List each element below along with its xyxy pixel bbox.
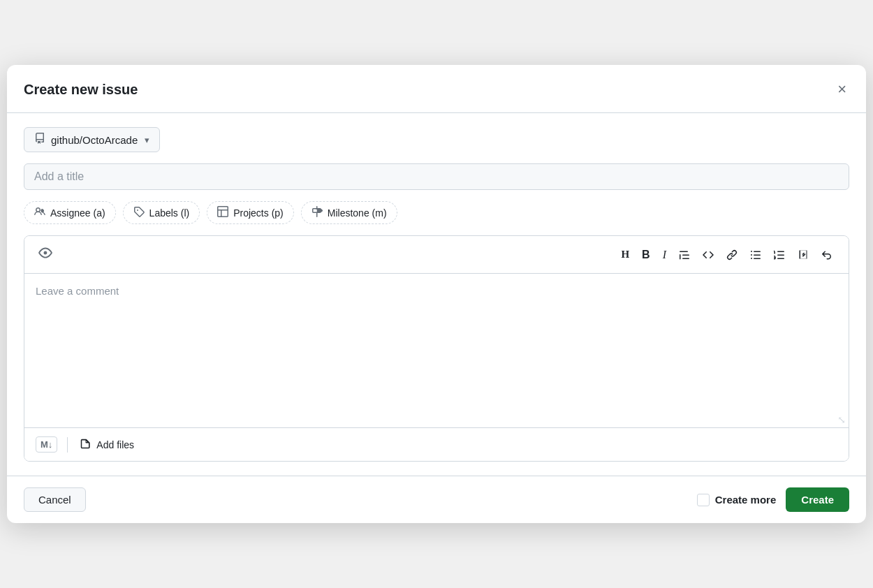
task-list-button[interactable] — [793, 246, 814, 264]
footer-divider — [67, 437, 68, 453]
create-more-label[interactable]: Create more — [697, 494, 777, 506]
markdown-badge[interactable]: M↓ — [36, 436, 57, 453]
dialog-title: Create new issue — [24, 82, 138, 98]
link-button[interactable] — [721, 246, 742, 264]
dialog-body: github/OctoArcade ▾ Assignee (a) — [7, 113, 866, 476]
projects-button[interactable]: Projects (p) — [207, 201, 294, 224]
chevron-down-icon: ▾ — [145, 135, 149, 145]
repo-selector-button[interactable]: github/OctoArcade ▾ — [24, 127, 160, 152]
footer-right: Create more Create — [697, 487, 849, 512]
assignee-label: Assignee (a) — [50, 207, 105, 219]
assignee-icon — [34, 206, 45, 219]
undo-button[interactable] — [816, 246, 837, 264]
create-button[interactable]: Create — [786, 487, 849, 512]
labels-label: Labels (l) — [149, 207, 190, 219]
cancel-button[interactable]: Cancel — [24, 487, 86, 512]
bold-button[interactable]: B — [637, 246, 655, 264]
italic-button[interactable]: I — [658, 246, 671, 264]
create-issue-dialog: Create new issue × github/OctoArcade ▾ — [7, 65, 866, 523]
title-input[interactable] — [24, 163, 849, 190]
repo-icon — [34, 133, 45, 147]
milestone-button[interactable]: Milestone (m) — [301, 201, 397, 224]
editor-footer: M↓ Add files — [24, 427, 849, 461]
ordered-list-button[interactable] — [769, 246, 790, 264]
repo-name: github/OctoArcade — [51, 134, 138, 146]
toolbar-left — [36, 243, 55, 266]
toolbar-right: H B I — [616, 246, 837, 264]
milestone-label: Milestone (m) — [328, 207, 387, 219]
metadata-row: Assignee (a) Labels (l) Projects (p) — [24, 201, 849, 224]
labels-button[interactable]: Labels (l) — [123, 201, 200, 224]
milestone-icon — [311, 206, 323, 219]
preview-eye-icon[interactable] — [36, 243, 55, 266]
add-files-icon — [80, 438, 91, 451]
editor-toolbar: H B I — [24, 236, 849, 274]
quote-button[interactable] — [674, 246, 695, 264]
unordered-list-button[interactable] — [745, 246, 766, 264]
assignee-button[interactable]: Assignee (a) — [24, 201, 116, 224]
create-more-checkbox[interactable] — [697, 494, 710, 506]
close-icon: × — [837, 82, 846, 97]
dialog-header: Create new issue × — [7, 65, 866, 113]
close-button[interactable]: × — [835, 79, 849, 100]
code-button[interactable] — [698, 246, 719, 264]
dialog-footer: Cancel Create more Create — [7, 476, 866, 523]
add-files-button[interactable]: Add files — [78, 435, 137, 454]
comment-placeholder: Leave a comment — [36, 285, 119, 297]
resize-handle: ⤢ — [837, 415, 846, 425]
projects-label: Projects (p) — [233, 207, 284, 219]
projects-icon — [217, 206, 228, 219]
editor-area: H B I — [24, 235, 849, 462]
comment-area[interactable]: Leave a comment ⤢ — [24, 274, 849, 427]
heading-button[interactable]: H — [616, 246, 634, 263]
labels-icon — [133, 206, 145, 219]
